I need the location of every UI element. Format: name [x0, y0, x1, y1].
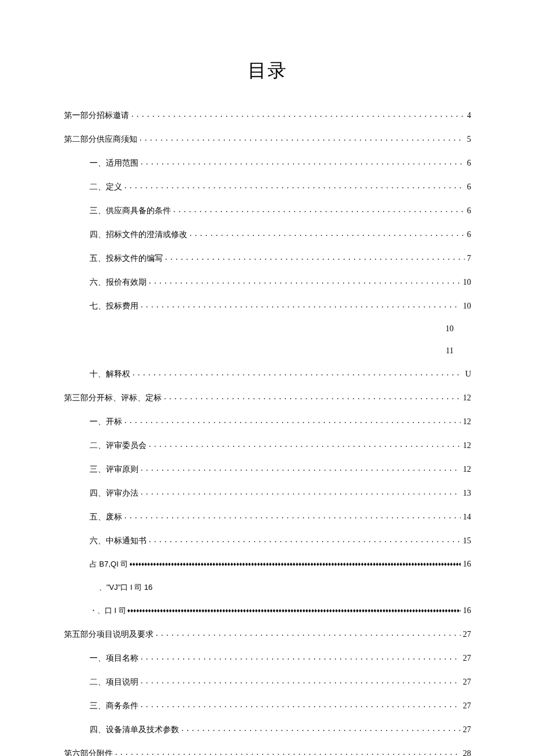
toc-entry-page: 27	[461, 701, 471, 711]
toc-entry: ・、口 I 司16	[90, 605, 471, 616]
toc-entry: 第五部分项目说明及要求27	[64, 629, 471, 640]
toc-leader-dots	[122, 511, 461, 519]
toc-entry-label: 三、评审原则	[90, 464, 138, 475]
toc-entry-label: 一、适用范围	[90, 158, 138, 169]
toc-entry-page: 10	[461, 278, 471, 287]
toc-entry-label: 七、投标费用	[90, 301, 138, 311]
toc-entry-label: 六、中标通知书	[90, 536, 147, 546]
toc-entry-label: 第六部分附件	[64, 748, 113, 756]
toc-entry: 五、投标文件的编写7	[90, 253, 471, 264]
toc-entry: 一、项目名称27	[90, 653, 471, 664]
toc-entry-page: 6	[465, 230, 471, 239]
toc-title: 目录	[64, 58, 471, 84]
toc-leader-dots	[138, 300, 461, 309]
toc-entry-page: 27	[461, 654, 471, 663]
toc-entry-label: 占 B7,QI 司	[90, 559, 128, 569]
toc-leader-diamonds	[128, 561, 461, 567]
toc-entry-label: ・、口 I 司	[90, 605, 126, 616]
toc-entry: 二、项目说明27	[90, 676, 471, 687]
toc-leader-dots	[154, 629, 461, 637]
toc-entry-page: 6	[465, 159, 471, 168]
toc-entry-page: 27	[461, 725, 471, 734]
toc-leader-dots	[162, 392, 461, 400]
toc-entry: 一、开标12	[90, 416, 471, 427]
toc-entry-page: 10	[461, 302, 471, 311]
toc-entry: 六、中标通知书15	[90, 535, 471, 546]
toc-entry-label: 第五部分项目说明及要求	[64, 629, 154, 640]
toc-entry: 第六部分附件28	[64, 748, 471, 756]
toc-leader-dots	[129, 110, 465, 118]
toc-entry: 六、报价有效期10	[90, 277, 471, 288]
toc-entry: 三、供应商具备的条件6	[90, 205, 471, 216]
toc-leader-dots	[138, 653, 461, 661]
toc-leader-diamonds	[126, 607, 461, 613]
toc-entry-page: 27	[461, 678, 471, 687]
toc-entry: 四、评审办法13	[90, 488, 471, 499]
toc-entry: 三、商务条件27	[90, 700, 471, 711]
toc-list: 第一部分招标邀请4第二部分供应商须知5一、适用范围6二、定义6三、供应商具备的条…	[64, 110, 471, 756]
toc-entry: 四、设备清单及技术参数27	[90, 724, 471, 735]
toc-leader-dots	[138, 488, 461, 496]
toc-entry: 一、适用范围6	[90, 157, 471, 169]
toc-entry-page: 28	[461, 749, 471, 756]
toc-entry-label: 三、商务条件	[90, 701, 138, 711]
toc-orphan-page: 10	[64, 324, 471, 334]
toc-leader-dots	[113, 748, 461, 756]
toc-entry-page: 14	[461, 513, 471, 522]
toc-entry-page: 5	[465, 135, 471, 144]
toc-entry-label: 第二部分供应商须知	[64, 134, 137, 145]
toc-entry-page: 6	[465, 206, 471, 216]
toc-entry: 三、评审原则12	[90, 464, 471, 475]
toc-entry-page: 12	[461, 441, 471, 450]
toc-entry: 二、定义6	[90, 181, 471, 192]
toc-entry-page: 12	[461, 417, 471, 427]
toc-leader-dots	[147, 440, 461, 448]
toc-entry-page: 16	[461, 606, 471, 615]
toc-leader-dots	[171, 205, 465, 213]
toc-leader-dots	[147, 535, 461, 543]
toc-entry-label: 四、招标文件的澄清或修改	[90, 230, 187, 240]
toc-leader-dots	[130, 368, 463, 377]
toc-entry-page: 15	[461, 536, 471, 546]
toc-entry: 占 B7,QI 司16	[90, 559, 471, 569]
toc-leader-dots	[138, 676, 461, 685]
toc-entry-page: 13	[461, 489, 471, 498]
toc-orphan-page: 11	[64, 346, 471, 356]
toc-entry-label: 二、评审委员会	[90, 440, 147, 451]
toc-entry-label: 三、供应商具备的条件	[90, 206, 171, 216]
toc-entry-label: 二、项目说明	[90, 677, 138, 687]
toc-leader-dots	[137, 134, 465, 142]
toc-entry: 第一部分招标邀请4	[64, 110, 471, 121]
toc-entry: 十、解释权U	[90, 368, 471, 379]
toc-leader-dots	[187, 229, 465, 237]
toc-entry-label: 四、设备清单及技术参数	[90, 725, 179, 735]
toc-entry-page: 6	[465, 182, 471, 192]
toc-entry: 四、招标文件的澄清或修改6	[90, 229, 471, 240]
toc-leader-dots	[122, 416, 461, 424]
toc-entry-page: 7	[465, 254, 471, 263]
toc-leader-dots	[138, 700, 461, 708]
toc-entry-label: 、"VJ"口 I 司 16	[99, 582, 152, 593]
toc-leader-dots	[122, 181, 465, 189]
toc-leader-dots	[163, 253, 465, 261]
toc-entry: 、"VJ"口 I 司 16	[99, 582, 471, 593]
toc-entry-page: U	[463, 370, 471, 379]
toc-entry: 五、废标14	[90, 511, 471, 522]
toc-entry: 七、投标费用10	[90, 300, 471, 311]
toc-entry-label: 十、解释权	[90, 369, 130, 379]
toc-entry-page: 16	[461, 560, 471, 569]
toc-entry-page: 12	[461, 465, 471, 474]
toc-entry-label: 五、废标	[90, 512, 122, 522]
toc-entry-label: 五、投标文件的编写	[90, 253, 163, 264]
toc-entry-page: 4	[465, 111, 471, 120]
toc-entry-label: 四、评审办法	[90, 488, 138, 499]
toc-entry-label: 一、开标	[90, 417, 122, 427]
toc-entry: 二、评审委员会12	[90, 440, 471, 451]
toc-leader-dots	[179, 724, 461, 732]
toc-entry: 第三部分开标、评标、定标12	[64, 392, 471, 403]
toc-leader-dots	[147, 277, 461, 285]
toc-entry: 第二部分供应商须知5	[64, 134, 471, 145]
toc-entry-page: 27	[461, 630, 471, 639]
toc-entry-label: 第三部分开标、评标、定标	[64, 393, 162, 403]
toc-entry-label: 二、定义	[90, 182, 122, 192]
